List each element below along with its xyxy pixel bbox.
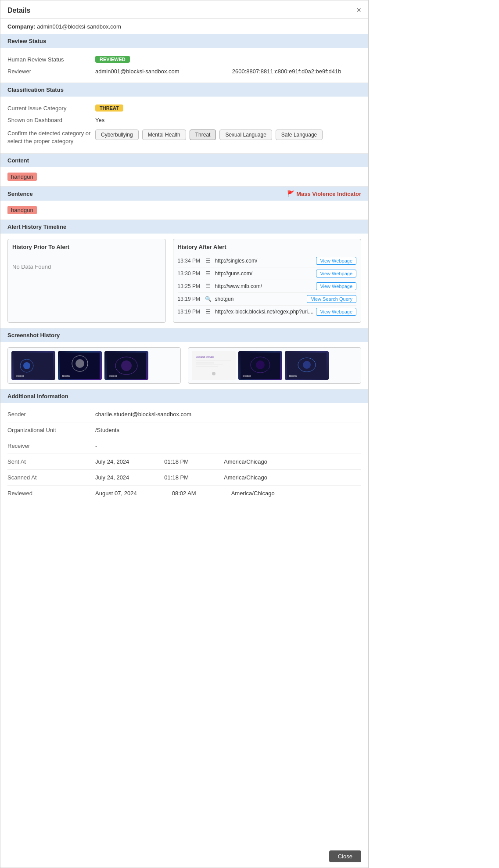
screenshot-history-header: Screenshot History <box>0 328 368 342</box>
modal-header: Details × <box>0 0 368 19</box>
alert-history-header: Alert History Timeline <box>0 220 368 234</box>
history-row: 13:30 PM ☰ http://guns.com/ View Webpage <box>178 267 356 280</box>
reviewed-date: August 07, 2024 <box>95 490 137 497</box>
screenshot-thumb-3: blocksi <box>104 351 148 380</box>
close-icon[interactable]: × <box>356 6 361 15</box>
webpage-icon: ☰ <box>205 283 212 289</box>
cat-threat[interactable]: Threat <box>190 130 216 140</box>
view-webpage-btn-3[interactable]: View Webpage <box>316 282 356 290</box>
mass-violence-label: Mass Violence Indicator <box>296 191 361 197</box>
human-review-row: Human Review Status REVIEWED <box>7 53 361 65</box>
shown-dashboard-value: Yes <box>95 117 104 123</box>
content-section: Content handgun <box>0 154 368 187</box>
webpage-icon: ☰ <box>205 258 212 264</box>
additional-info-header: Additional Information <box>0 389 368 403</box>
scanned-at-label: Scanned At <box>7 474 95 481</box>
confirm-category-label: Confirm the detected category or select … <box>7 130 95 145</box>
sent-at-tz: America/Chicago <box>224 458 267 465</box>
svg-point-21 <box>256 360 265 369</box>
screenshot-thumb-6: blocksi <box>285 351 329 380</box>
content-body: handgun <box>0 167 368 186</box>
reviewed-tz: America/Chicago <box>231 490 275 497</box>
modal-title: Details <box>7 7 30 14</box>
category-buttons: Cyberbullying Mental Health Threat Sexua… <box>95 130 323 140</box>
sentence-body: handgun <box>0 201 368 220</box>
screenshot-thumb-1: blocksi <box>11 351 55 380</box>
svg-text:blocksi: blocksi <box>109 375 117 377</box>
view-search-query-btn[interactable]: View Search Query <box>307 295 356 303</box>
history-after-title: History After Alert <box>178 244 356 250</box>
cat-safe-language[interactable]: Safe Language <box>276 130 323 140</box>
svg-rect-17 <box>196 366 218 367</box>
content-highlight: handgun <box>7 173 37 181</box>
no-data-label: No Data Found <box>12 255 161 279</box>
view-webpage-btn-2[interactable]: View Webpage <box>316 270 356 277</box>
confirm-category-row: Confirm the detected category or select … <box>7 126 361 148</box>
svg-text:blocksi: blocksi <box>289 375 297 377</box>
cat-sexual-language[interactable]: Sexual Language <box>219 130 272 140</box>
reviewed-label: Reviewed <box>7 490 95 497</box>
org-row: Organizational Unit /Students <box>7 422 361 438</box>
view-webpage-btn-1[interactable]: View Webpage <box>316 257 356 265</box>
reviewed-row: Reviewed August 07, 2024 08:02 AM Americ… <box>7 486 361 501</box>
alert-history-section: Alert History Timeline History Prior To … <box>0 220 368 328</box>
reviewer-hash: 2600:8807:8811:c800:e91f:d0a2:be9f:d41b <box>232 68 341 75</box>
reviewer-row: Reviewer admin001@blocksi-sandbox.com 26… <box>7 65 361 77</box>
company-value: admin001@blocksi-sandbox.com <box>37 23 121 30</box>
review-status-body: Human Review Status REVIEWED Reviewer ad… <box>0 48 368 83</box>
svg-text:blocksi: blocksi <box>16 375 24 377</box>
sent-at-label: Sent At <box>7 458 95 465</box>
sent-at-row: Sent At July 24, 2024 01:18 PM America/C… <box>7 454 361 470</box>
history-row: 13:25 PM ☰ http://www.mlb.com/ View Webp… <box>178 280 356 293</box>
webpage-icon: ☰ <box>205 309 212 315</box>
sentence-header: Sentence 🚩 Mass Violence Indicator <box>0 187 368 201</box>
svg-text:ACCESS DRIVER: ACCESS DRIVER <box>196 356 214 358</box>
shown-dashboard-row: Shown on Dashboard Yes <box>7 114 361 126</box>
sender-value: charlie.student@blocksi-sandbox.com <box>95 411 191 418</box>
history-panels: History Prior To Alert No Data Found His… <box>0 234 368 328</box>
sentence-title: Sentence <box>7 191 33 197</box>
details-modal: Details × Company: admin001@blocksi-sand… <box>0 0 369 868</box>
company-label: Company: <box>7 23 36 30</box>
reviewer-email: admin001@blocksi-sandbox.com <box>95 68 179 75</box>
flag-icon: 🚩 <box>287 190 294 197</box>
screenshot-panel-left: blocksi blocksi blocksi <box>7 347 181 384</box>
svg-text:blocksi: blocksi <box>243 375 251 377</box>
sender-label: Sender <box>7 411 95 418</box>
receiver-value: - <box>95 443 97 449</box>
company-row: Company: admin001@blocksi-sandbox.com <box>0 19 368 34</box>
threat-badge: THREAT <box>95 104 123 112</box>
cat-cyberbullying[interactable]: Cyberbullying <box>95 130 139 140</box>
classification-status-body: Current Issue Category THREAT Shown on D… <box>0 97 368 154</box>
screenshot-thumb-2: blocksi <box>58 351 102 380</box>
sent-at-date: July 24, 2024 <box>95 458 129 465</box>
history-row: 13:34 PM ☰ http://singles.com/ View Webp… <box>178 255 356 267</box>
scanned-at-tz: America/Chicago <box>224 474 267 481</box>
svg-rect-16 <box>196 364 223 365</box>
scanned-at-date: July 24, 2024 <box>95 474 129 481</box>
additional-info-section: Additional Information Sender charlie.st… <box>0 389 368 504</box>
reviewer-label: Reviewer <box>7 68 95 75</box>
sentence-section: Sentence 🚩 Mass Violence Indicator handg… <box>0 187 368 220</box>
sender-row: Sender charlie.student@blocksi-sandbox.c… <box>7 407 361 422</box>
cat-mental-health[interactable]: Mental Health <box>142 130 186 140</box>
view-webpage-btn-4[interactable]: View Webpage <box>316 308 356 316</box>
svg-point-2 <box>23 362 30 369</box>
human-review-label: Human Review Status <box>7 56 95 63</box>
close-button[interactable]: Close <box>329 850 361 862</box>
webpage-icon: ☰ <box>205 270 212 277</box>
receiver-row: Receiver - <box>7 438 361 454</box>
content-header: Content <box>0 154 368 167</box>
classification-status-header: Classification Status <box>0 83 368 97</box>
svg-point-6 <box>75 359 84 368</box>
svg-point-18 <box>212 372 215 375</box>
svg-text:blocksi: blocksi <box>62 375 70 377</box>
scanned-at-time: 01:18 PM <box>164 474 189 481</box>
svg-rect-15 <box>196 362 214 364</box>
reviewed-time: 08:02 AM <box>172 490 196 497</box>
additional-info-body: Sender charlie.student@blocksi-sandbox.c… <box>0 403 368 504</box>
sent-at-time: 01:18 PM <box>164 458 189 465</box>
history-prior-panel: History Prior To Alert No Data Found <box>7 239 166 323</box>
svg-point-10 <box>121 360 132 371</box>
history-row: 13:19 PM 🔍 shotgun View Search Query <box>178 293 356 306</box>
